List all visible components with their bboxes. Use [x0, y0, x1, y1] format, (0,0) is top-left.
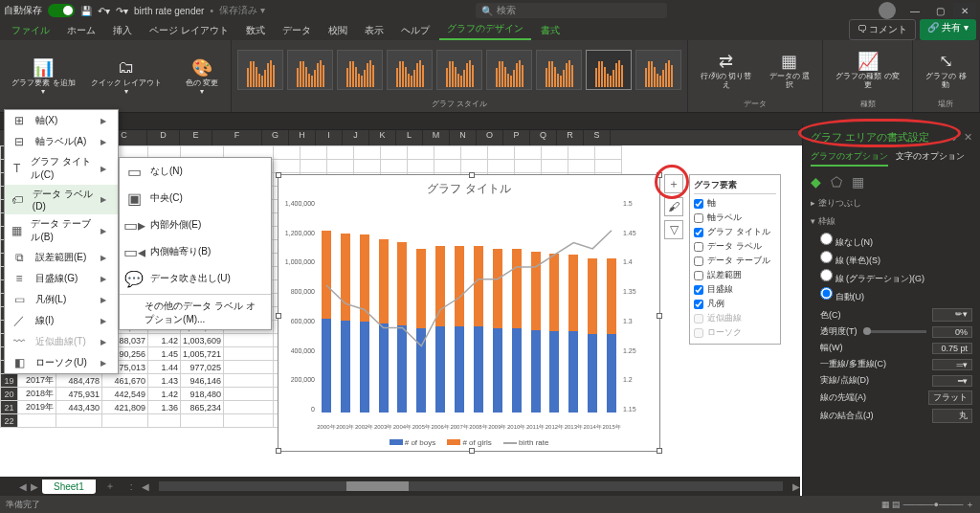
- comments-button[interactable]: 🗨 コメント: [849, 19, 917, 40]
- flyout-item[interactable]: 誤差範囲: [694, 268, 776, 282]
- autosave-toggle[interactable]: [48, 4, 75, 17]
- add-chart-element-menu[interactable]: ⊞軸(X)▶⊟軸ラベル(A)▶Tグラフ タイトル(C)▶🏷データ ラベル(D)▶…: [4, 109, 119, 374]
- horizontal-scrollbar[interactable]: [159, 481, 783, 491]
- tab-help[interactable]: ヘルプ: [393, 21, 437, 40]
- tab-insert[interactable]: 挿入: [105, 21, 140, 40]
- share-button[interactable]: 🔗 共有 ▾: [920, 19, 976, 40]
- submenu-item-callout[interactable]: 💬データ吹き出し(U): [120, 265, 271, 292]
- submenu-item-more[interactable]: その他のデータ ラベル オプション(M)...: [120, 297, 271, 329]
- move-chart-button[interactable]: ⤡グラフの 移動: [919, 48, 973, 92]
- section-line[interactable]: 枠線: [803, 212, 980, 230]
- flyout-item[interactable]: 軸ラベル: [694, 211, 776, 225]
- flyout-item[interactable]: 目盛線: [694, 282, 776, 297]
- flyout-item[interactable]: 軸: [694, 196, 776, 211]
- submenu-item-inside_end[interactable]: ▭▸内部外側(E): [120, 212, 271, 238]
- pane-tab-chart-options[interactable]: グラフのオプション: [811, 150, 888, 167]
- tab-chart-design[interactable]: グラフのデザイン: [439, 19, 531, 40]
- chart-style-thumb[interactable]: [536, 50, 582, 90]
- y-axis-left[interactable]: 1,400,0001,200,0001,000,000800,000600,00…: [280, 200, 315, 413]
- submenu-item-center[interactable]: ▣中央(C): [120, 185, 271, 212]
- view-controls[interactable]: ▦ ▤ ─────●──── ＋: [881, 499, 974, 511]
- chart-styles-gallery[interactable]: [237, 42, 681, 98]
- size-props-icon[interactable]: ▦: [852, 174, 864, 190]
- add-sheet-button[interactable]: ＋: [100, 480, 121, 493]
- embedded-chart[interactable]: グラフ タイトル 1,400,0001,200,0001,000,000800,…: [278, 174, 660, 452]
- menu-item-chart_title[interactable]: Tグラフ タイトル(C)▶: [5, 152, 118, 185]
- effects-icon[interactable]: ⬠: [831, 174, 842, 190]
- saved-status[interactable]: 保存済み ▾: [219, 4, 265, 17]
- tab-format[interactable]: 書式: [533, 21, 568, 40]
- flyout-item[interactable]: データ テーブル: [694, 254, 776, 268]
- chart-style-thumb[interactable]: [337, 50, 383, 90]
- format-pane[interactable]: グラフ エリアの書式設定 ⌄ ✕ グラフのオプション 文字のオプション ◆ ⬠ …: [802, 124, 980, 496]
- fill-line-icon[interactable]: ◆: [811, 174, 821, 190]
- user-avatar[interactable]: [879, 2, 896, 19]
- undo-icon[interactable]: ↶▾: [98, 6, 110, 16]
- hscroll-right-icon[interactable]: ▶: [792, 481, 800, 492]
- menu-item-axis_titles[interactable]: ⊟軸ラベル(A)▶: [5, 131, 118, 152]
- plot-area[interactable]: [317, 200, 621, 413]
- tab-formulas[interactable]: 数式: [238, 21, 273, 40]
- sheet-scroll-right-icon[interactable]: ▶: [31, 481, 38, 492]
- select-data-button[interactable]: ▦データの 選択: [762, 48, 816, 92]
- transparency-value[interactable]: 0%: [932, 326, 972, 338]
- join-value[interactable]: 丸: [932, 409, 972, 423]
- line-none-radio[interactable]: 線なし(N): [820, 232, 972, 250]
- search-box[interactable]: 🔍 検索: [476, 3, 667, 18]
- tab-home[interactable]: ホーム: [59, 21, 103, 40]
- width-value[interactable]: 0.75 pt: [932, 343, 972, 354]
- chart-style-thumb[interactable]: [486, 50, 532, 90]
- line-series[interactable]: [317, 200, 621, 413]
- line-gradient-radio[interactable]: 線 (グラデーション)(G): [820, 268, 972, 286]
- minimize-button[interactable]: —: [903, 3, 926, 18]
- chart-filter-button[interactable]: ▽: [664, 220, 683, 239]
- cap-value[interactable]: フラット: [928, 390, 972, 405]
- flyout-item[interactable]: 凡例: [694, 297, 776, 311]
- line-solid-radio[interactable]: 線 (単色)(S): [820, 250, 972, 268]
- chart-title[interactable]: グラフ タイトル: [278, 175, 659, 203]
- pane-close-icon[interactable]: ✕: [964, 131, 972, 144]
- tab-page-layout[interactable]: ページ レイアウト: [142, 21, 236, 40]
- line-auto-radio[interactable]: 自動(U): [820, 286, 972, 304]
- sheet-tab-sheet1[interactable]: Sheet1: [42, 480, 96, 494]
- pane-dropdown-icon[interactable]: ⌄: [949, 131, 958, 144]
- close-button[interactable]: ✕: [953, 3, 976, 18]
- menu-item-error_bars[interactable]: ⧉誤差範囲(E)▶: [5, 247, 118, 268]
- chart-elements-plus-button[interactable]: ＋: [664, 174, 683, 193]
- tab-view[interactable]: 表示: [357, 21, 391, 40]
- chart-style-thumb[interactable]: [436, 50, 482, 90]
- submenu-item-none[interactable]: ▭なし(N): [120, 158, 271, 185]
- y-axis-right[interactable]: 1.51.451.41.351.31.251.21.15: [623, 200, 657, 413]
- chart-style-thumb[interactable]: [287, 50, 333, 90]
- section-fill[interactable]: 塗りつぶし: [803, 193, 980, 212]
- menu-item-legend[interactable]: ▭凡例(L)▶: [5, 289, 118, 310]
- compound-value[interactable]: ═▾: [932, 359, 972, 370]
- color-picker[interactable]: ✏▾: [932, 308, 972, 322]
- menu-item-lines[interactable]: ／線(I)▶: [5, 310, 118, 331]
- chart-legend[interactable]: # of boys # of girls birth rate: [278, 438, 659, 447]
- chart-style-thumb[interactable]: [237, 50, 283, 90]
- flyout-item[interactable]: グラフ タイトル: [694, 225, 776, 239]
- add-chart-element-button[interactable]: 📊 グラフ要素 を追加 ▾: [6, 55, 81, 99]
- submenu-item-inside_base[interactable]: ▭◂内側軸寄り(B): [120, 238, 271, 265]
- save-icon[interactable]: 💾: [80, 6, 92, 16]
- redo-icon[interactable]: ↷▾: [116, 6, 128, 16]
- menu-item-data_table[interactable]: ▦データ テーブル(B)▶: [5, 214, 118, 247]
- change-colors-button[interactable]: 🎨 色の 変更 ▾: [180, 55, 226, 99]
- menu-item-gridlines[interactable]: ≡目盛線(G)▶: [5, 268, 118, 289]
- dash-value[interactable]: ━▾: [932, 375, 972, 387]
- menu-item-updown_bars[interactable]: ◧ローソク(U)▶: [5, 352, 118, 373]
- chart-elements-flyout[interactable]: グラフ要素 軸 軸ラベル グラフ タイトル データ ラベル データ テーブル 誤…: [689, 174, 781, 345]
- menu-item-data_labels[interactable]: 🏷データ ラベル(D)▶: [5, 185, 118, 214]
- menu-item-axes[interactable]: ⊞軸(X)▶: [5, 110, 118, 131]
- hscroll-left-icon[interactable]: ◀: [142, 481, 149, 492]
- maximize-button[interactable]: ▢: [928, 3, 951, 18]
- tab-file[interactable]: ファイル: [4, 21, 57, 40]
- tab-data[interactable]: データ: [275, 21, 319, 40]
- chart-style-thumb[interactable]: [635, 50, 681, 90]
- menu-item-trendline[interactable]: 〰近似曲線(T)▶: [5, 331, 118, 352]
- chart-styles-brush-button[interactable]: 🖌: [664, 197, 683, 216]
- chart-style-thumb[interactable]: [586, 50, 632, 90]
- x-axis[interactable]: 2000年2001年2002年2003年2004年2005年2006年2007年…: [317, 423, 621, 432]
- quick-layout-button[interactable]: 🗂 クイック レイアウト ▾: [85, 55, 168, 99]
